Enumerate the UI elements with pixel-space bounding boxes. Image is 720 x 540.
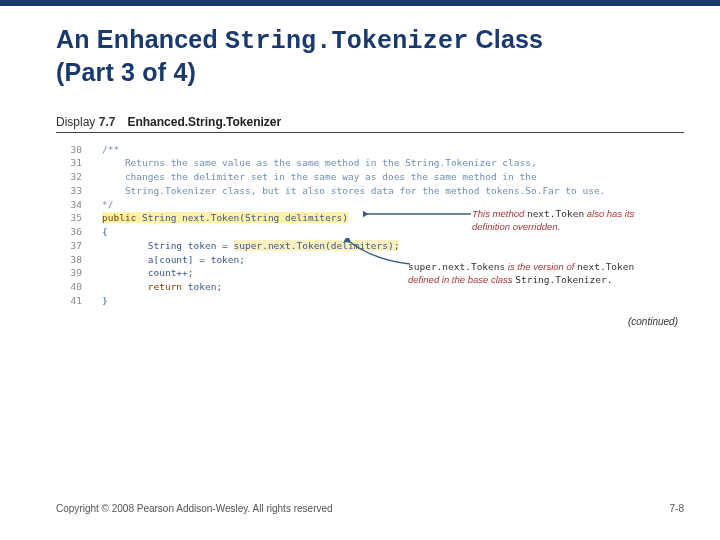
line-number: 32 — [56, 170, 82, 184]
code-line: String.Tokenizer class, but it also stor… — [102, 184, 684, 198]
title-post: Class — [468, 25, 543, 53]
code-line: /** — [102, 143, 684, 157]
display-title: Enhanced.String.Tokenizer — [127, 115, 281, 129]
line-number: 40 — [56, 280, 82, 294]
annotation-super: super.next.Tokens is the version of next… — [408, 261, 638, 287]
slide-footer: Copyright © 2008 Pearson Addison-Wesley.… — [56, 503, 684, 514]
arrow-icon — [363, 207, 475, 221]
arrow-icon — [344, 238, 414, 268]
code-line: changes the delimiter set in the same wa… — [102, 170, 684, 184]
line-number: 30 — [56, 143, 82, 157]
copyright: Copyright © 2008 Pearson Addison-Wesley.… — [56, 503, 333, 514]
slide-title: An Enhanced String.Tokenizer Class (Part… — [56, 24, 684, 89]
line-number: 36 — [56, 225, 82, 239]
title-line2: (Part 3 of 4) — [56, 58, 196, 86]
display-header: Display 7.7 Enhanced.String.Tokenizer — [56, 115, 684, 133]
line-number: 41 — [56, 294, 82, 308]
annotation-code: super.next.Tokens — [408, 261, 505, 272]
line-number: 37 — [56, 239, 82, 253]
continued-label: (continued) — [56, 316, 684, 327]
annotation-text: defined in the base class — [408, 274, 515, 285]
annotation-code: String.Tokenizer. — [515, 274, 612, 285]
annotation-text: This method — [472, 208, 527, 219]
title-pre: An Enhanced — [56, 25, 225, 53]
line-number: 31 — [56, 156, 82, 170]
line-number: 38 — [56, 253, 82, 267]
title-mono: String.Tokenizer — [225, 27, 468, 56]
code-line: Returns the same value as the same metho… — [102, 156, 684, 170]
display-label: Display 7.7 — [56, 115, 115, 129]
display-label-text: Display — [56, 115, 95, 129]
annotation-override: This method next.Token also has its defi… — [472, 208, 662, 234]
annotation-text: is the version of — [505, 261, 577, 272]
line-number: 33 — [56, 184, 82, 198]
code-line: } — [102, 294, 684, 308]
annotation-code: next.Token — [527, 208, 584, 219]
slide: An Enhanced String.Tokenizer Class (Part… — [0, 0, 720, 540]
line-number: 39 — [56, 266, 82, 280]
annotation-code: next.Token — [577, 261, 634, 272]
line-number: 34 — [56, 198, 82, 212]
display-number: 7.7 — [99, 115, 116, 129]
page-number: 7-8 — [670, 503, 684, 514]
line-number: 35 — [56, 211, 82, 225]
